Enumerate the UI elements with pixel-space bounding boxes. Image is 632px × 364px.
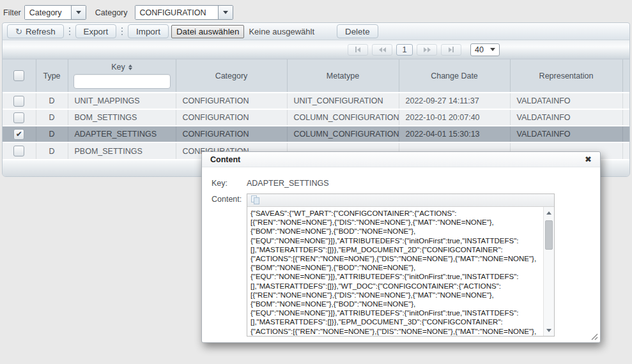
table-row[interactable]: D UNIT_MAPPINGS CONFIGURATION UNIT_CONFI… [3,93,629,109]
filter-type-select[interactable]: Category [24,5,86,20]
cell-key: BOM_SETTINGS [68,109,176,126]
column-header-representation[interactable]: Representation [510,59,622,93]
cell-category: CONFIGURATION [176,109,287,126]
page-number-button[interactable]: 1 [396,44,413,56]
results-table: Type Key Category Metatype Change Date R… [3,59,629,159]
cell-key: UNIT_MAPPINGS [68,93,176,109]
column-header-change-date[interactable]: Change Date [399,59,510,93]
cell-representation: VALDATAINFO [510,93,622,109]
row-checkbox[interactable] [13,96,24,107]
page-next-button[interactable] [417,44,437,56]
cell-type: D [36,93,68,109]
page-first-button[interactable] [348,44,368,56]
delete-button[interactable]: Delete [337,24,378,38]
table-header-row: Type Key Category Metatype Change Date R… [3,59,629,93]
content-label: Content: [212,193,247,337]
close-icon[interactable]: ✖ [585,155,592,163]
editor-toolbar [247,194,554,207]
cell-category: CONFIGURATION [176,93,287,109]
content-dialog: Content ✖ Key: ADAPTER_SETTINGS Content:… [201,151,601,343]
cell-type: D [36,109,68,126]
file-choose-button[interactable]: Datei auswählen [171,25,245,38]
cell-representation: VALDATAINFO [510,126,622,142]
check-icon: ✔ [16,130,22,138]
row-checkbox[interactable] [13,146,24,156]
filter-type-select-value[interactable]: Category [25,6,71,19]
cell-change-date: 2022-10-01 20:07:40 [399,109,510,126]
dialog-title: Content [210,155,240,164]
content-editor-panel: {"SAVEAS":{"WT_PART":{"CONFIGCONTAINER":… [247,193,555,337]
cell-category: CONFIGURATION [176,126,287,142]
cell-key: PBOM_SETTINGS [68,142,176,159]
cell-metatype: COLUMN_CONFIGURATION [287,126,399,142]
cell-key: ADAPTER_SETTINGS [68,126,176,142]
filter-label: Filter [3,8,21,17]
page-prev-icon [379,47,382,52]
select-all-checkbox[interactable] [13,70,24,81]
toolbar-separator [69,27,70,36]
column-header-metatype[interactable]: Metatype [287,59,399,93]
page-size-value: 40 [475,45,484,54]
cell-representation: VALDATAINFO [510,109,622,126]
row-checkbox[interactable] [13,112,24,123]
paginator: 1 40 [3,40,629,59]
file-status-text: Keine ausgewählt [249,27,314,36]
key-filter-input[interactable] [73,74,171,89]
resize-grip-icon[interactable] [590,333,598,340]
cell-metatype: COLUMN_CONFIGURATION [287,109,399,126]
column-header-key[interactable]: Key [68,59,176,93]
dropdown-icon [76,11,81,17]
category-label: Category [95,8,128,17]
refresh-icon: ↻ [15,27,22,36]
import-button[interactable]: Import [128,24,169,38]
key-value: ADAPTER_SETTINGS [247,178,329,188]
page-first-icon [355,47,357,52]
content-textarea[interactable]: {"SAVEAS":{"WT_PART":{"CONFIGCONTAINER":… [247,207,543,336]
export-button[interactable]: Export [75,24,117,38]
key-label: Key: [212,178,247,188]
category-select-value[interactable]: CONFIGURATION [135,6,218,19]
page-size-select[interactable]: 40 [470,43,500,56]
scroll-down-icon[interactable] [544,325,554,335]
scrollbar[interactable] [543,207,554,336]
row-checkbox-checked[interactable]: ✔ [13,129,24,140]
toolbar-separator [121,27,123,36]
filter-bar: Filter Category Category CONFIGURATION [0,0,632,22]
table-row-selected[interactable]: ✔ D ADAPTER_SETTINGS CONFIGURATION COLUM… [3,126,629,142]
column-header-type[interactable]: Type [36,59,68,93]
copy-icon[interactable] [251,195,260,205]
category-select[interactable]: CONFIGURATION [135,5,233,20]
dialog-titlebar[interactable]: Content ✖ [202,152,600,167]
dropdown-icon [223,11,228,17]
scroll-up-icon[interactable] [544,208,554,218]
page-last-icon [449,47,452,52]
page-last-button[interactable] [441,44,461,56]
filter-type-dropdown-button[interactable] [71,6,86,19]
sort-icon[interactable] [128,64,132,70]
cell-metatype: UNIT_CONFIGURATION [287,93,399,109]
page-next-icon [424,47,427,52]
cell-change-date: 2022-09-27 14:11:37 [399,93,510,109]
cell-type: D [36,142,68,159]
refresh-button[interactable]: ↻ Refresh [7,24,64,38]
scrollbar-thumb[interactable] [545,220,553,250]
table-row[interactable]: D BOM_SETTINGS CONFIGURATION COLUMN_CONF… [3,109,629,126]
column-header-category[interactable]: Category [176,59,287,93]
dropdown-icon [490,48,495,54]
toolbar: ↻ Refresh Export Import Datei auswählen … [3,23,629,40]
cell-change-date: 2022-04-01 15:30:13 [399,126,510,142]
page-prev-button[interactable] [372,44,392,56]
cell-type: D [36,126,68,142]
category-dropdown-button[interactable] [218,6,233,19]
